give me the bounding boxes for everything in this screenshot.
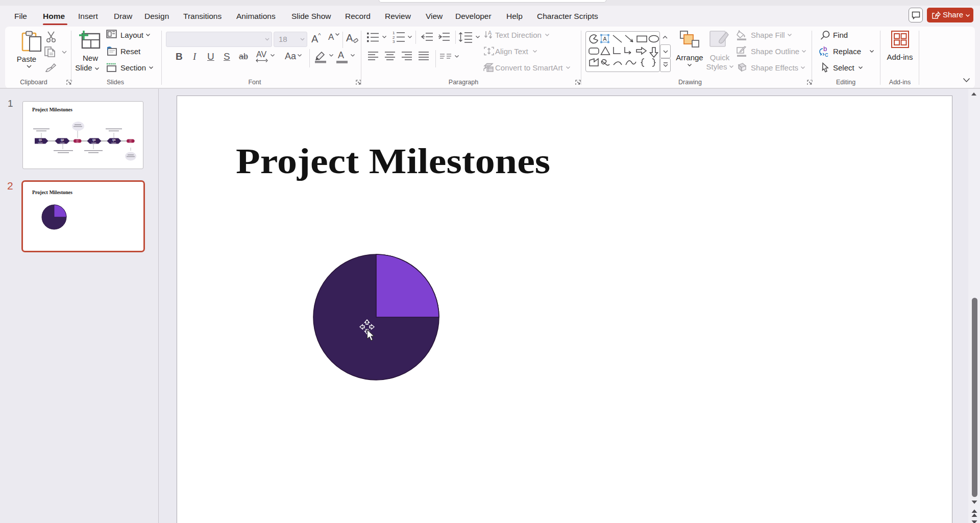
- svg-text:c: c: [825, 51, 828, 57]
- svg-text:Q3: Q3: [92, 139, 96, 141]
- svg-text:live: live: [77, 141, 79, 143]
- svg-text:A: A: [488, 30, 492, 36]
- svg-text:Q4: Q4: [112, 139, 116, 141]
- svg-text:A: A: [603, 36, 607, 42]
- svg-text:Lorem: Lorem: [91, 142, 96, 144]
- svg-text:live: live: [130, 141, 132, 143]
- svg-text:Lorem: Lorem: [111, 142, 116, 144]
- svg-text:3: 3: [393, 39, 395, 43]
- svg-text:Q1: Q1: [39, 139, 42, 141]
- svg-text:Lorem: Lorem: [38, 142, 42, 144]
- svg-text:Lorem: Lorem: [60, 142, 64, 144]
- svg-text:Q2: Q2: [61, 139, 64, 141]
